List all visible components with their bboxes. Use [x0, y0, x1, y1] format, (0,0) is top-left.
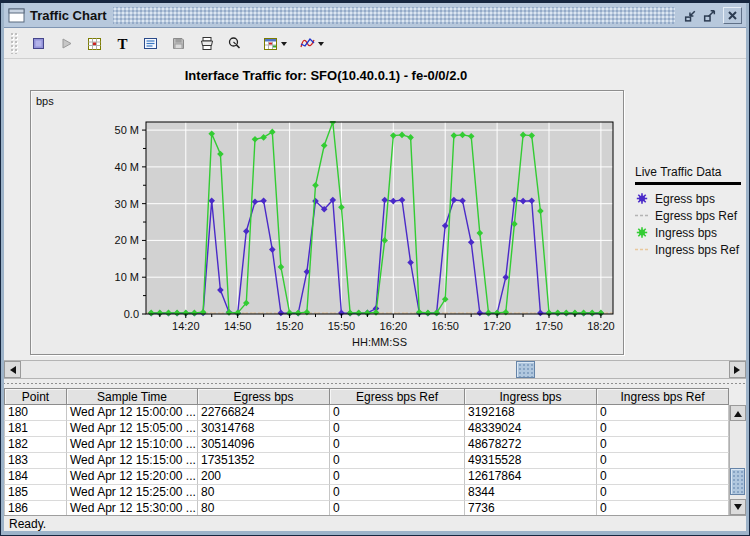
legend-icon	[142, 35, 159, 52]
scroll-left-button[interactable]	[4, 361, 21, 378]
column-header-egress-bps[interactable]: Egress bps	[198, 388, 330, 405]
chart-type-button[interactable]	[296, 31, 327, 55]
table-cell[interactable]: 17351352	[198, 453, 330, 469]
table-row[interactable]: 182Wed Apr 12 15:10:00 ...30514096048678…	[4, 437, 746, 453]
maximize-button[interactable]	[700, 7, 719, 24]
minimize-icon	[683, 8, 698, 23]
table-cell[interactable]: 3192168	[465, 405, 597, 421]
table-cell[interactable]: 0	[597, 405, 729, 421]
table-row[interactable]: 183Wed Apr 12 15:15:00 ...17351352049315…	[4, 453, 746, 469]
table-cell[interactable]: 0	[330, 453, 465, 469]
table-row[interactable]: 180Wed Apr 12 15:00:00 ...22766824031921…	[4, 405, 746, 421]
table-cell[interactable]: 8344	[465, 485, 597, 501]
table-row[interactable]: 181Wed Apr 12 15:05:00 ...30314768048339…	[4, 421, 746, 437]
vscrollbar-thumb[interactable]	[730, 468, 745, 495]
up-arrow-icon	[734, 407, 742, 417]
table-cell[interactable]: 200	[198, 469, 330, 485]
status-bar: Ready.	[4, 515, 746, 531]
titlebar-texture	[113, 7, 675, 24]
table-cell[interactable]: 182	[4, 437, 67, 453]
hscrollbar-thumb[interactable]	[516, 361, 535, 378]
stop-icon	[30, 35, 47, 52]
stop-button[interactable]	[27, 31, 49, 55]
table-cell[interactable]: 48678272	[465, 437, 597, 453]
scroll-right-button[interactable]	[729, 361, 746, 378]
table-row[interactable]: 186Wed Apr 12 15:30:00 ...80077360	[4, 501, 746, 515]
table-cell[interactable]: 0	[330, 437, 465, 453]
window-titlebar[interactable]: Traffic Chart	[4, 3, 746, 28]
scroll-down-button[interactable]	[730, 499, 746, 515]
table-cell[interactable]: Wed Apr 12 15:20:00 ...	[67, 469, 198, 485]
table-cell[interactable]: Wed Apr 12 15:25:00 ...	[67, 485, 198, 501]
column-header-ingress-bps[interactable]: Ingress bps	[465, 388, 597, 405]
chart-panel: Interface Traffic for: SFO(10.40.0.1) - …	[4, 59, 746, 360]
table-cell[interactable]: 0	[330, 485, 465, 501]
table-row[interactable]: 185Wed Apr 12 15:25:00 ...80083440	[4, 485, 746, 501]
table-cell[interactable]: 184	[4, 469, 67, 485]
table-cell[interactable]: 80	[198, 501, 330, 515]
table-menu-button[interactable]	[259, 31, 290, 55]
table-cell[interactable]: 0	[330, 405, 465, 421]
traffic-line-chart[interactable]: 14:2014:5015:2015:5016:2016:5017:2017:50…	[32, 92, 622, 353]
table-cell[interactable]: Wed Apr 12 15:00:00 ...	[67, 405, 198, 421]
table-cell[interactable]: Wed Apr 12 15:05:00 ...	[67, 421, 198, 437]
table-body: 180Wed Apr 12 15:00:00 ...22766824031921…	[4, 405, 746, 515]
y-unit-label: bps	[36, 95, 54, 107]
title-text-button[interactable]: T	[111, 31, 133, 55]
table-cell[interactable]: Wed Apr 12 15:30:00 ...	[67, 501, 198, 515]
table-cell[interactable]: Wed Apr 12 15:10:00 ...	[67, 437, 198, 453]
chart-settings-button[interactable]	[83, 31, 105, 55]
window-title: Traffic Chart	[30, 8, 107, 23]
line-chart-icon	[299, 35, 316, 52]
table-cell[interactable]: 0	[597, 421, 729, 437]
save-button[interactable]	[167, 31, 189, 55]
column-header-sample-time[interactable]: Sample Time	[67, 388, 198, 405]
column-header-egress-bps-ref[interactable]: Egress bps Ref	[330, 388, 465, 405]
table-cell[interactable]: 49315528	[465, 453, 597, 469]
zoom-button[interactable]	[223, 31, 245, 55]
window-icon	[8, 8, 25, 23]
toolbar-grip[interactable]	[10, 32, 19, 54]
chart-hscrollbar[interactable]	[4, 360, 746, 379]
table-cell[interactable]: 181	[4, 421, 67, 437]
close-button[interactable]	[723, 7, 742, 24]
scroll-up-button[interactable]	[730, 405, 746, 421]
table-cell[interactable]: Wed Apr 12 15:15:00 ...	[67, 453, 198, 469]
chart-box[interactable]: 14:2014:5015:2015:5016:2016:5017:2017:50…	[30, 90, 624, 355]
table-cell[interactable]: 12617864	[465, 469, 597, 485]
table-cell[interactable]: 186	[4, 501, 67, 515]
print-button[interactable]	[195, 31, 217, 55]
table-cell[interactable]: 185	[4, 485, 67, 501]
table-cell[interactable]: 0	[597, 453, 729, 469]
table-cell[interactable]: 30314768	[198, 421, 330, 437]
svg-text:16:50: 16:50	[431, 320, 459, 332]
table-row[interactable]: 184Wed Apr 12 15:20:00 ...2000126178640	[4, 469, 746, 485]
svg-text:14:20: 14:20	[172, 320, 200, 332]
table-cell[interactable]: 180	[4, 405, 67, 421]
table-vscrollbar[interactable]	[729, 405, 746, 515]
table-cell[interactable]: 80	[198, 485, 330, 501]
table-cell[interactable]: 0	[597, 485, 729, 501]
legend-button[interactable]	[139, 31, 161, 55]
minimize-button[interactable]	[681, 7, 700, 24]
table-cell[interactable]: 0	[330, 501, 465, 515]
table-cell[interactable]: 183	[4, 453, 67, 469]
dropdown-arrow-icon	[281, 42, 287, 49]
table-cell[interactable]: 7736	[465, 501, 597, 515]
table-cell[interactable]: 30514096	[198, 437, 330, 453]
table-cell[interactable]: 0	[330, 469, 465, 485]
left-arrow-icon	[6, 366, 16, 374]
table-cell[interactable]: 0	[597, 437, 729, 453]
svg-text:17:50: 17:50	[535, 320, 563, 332]
vscrollbar-track[interactable]	[730, 421, 746, 499]
play-button[interactable]	[55, 31, 77, 55]
column-header-point[interactable]: Point	[4, 388, 67, 405]
table-cell[interactable]: 0	[330, 421, 465, 437]
split-divider[interactable]	[4, 379, 746, 388]
table-cell[interactable]: 0	[597, 501, 729, 515]
table-cell[interactable]: 0	[597, 469, 729, 485]
table-cell[interactable]: 48339024	[465, 421, 597, 437]
svg-text:30 M: 30 M	[115, 198, 139, 210]
column-header-ingress-bps-ref[interactable]: Ingress bps Ref	[597, 388, 729, 405]
table-cell[interactable]: 22766824	[198, 405, 330, 421]
